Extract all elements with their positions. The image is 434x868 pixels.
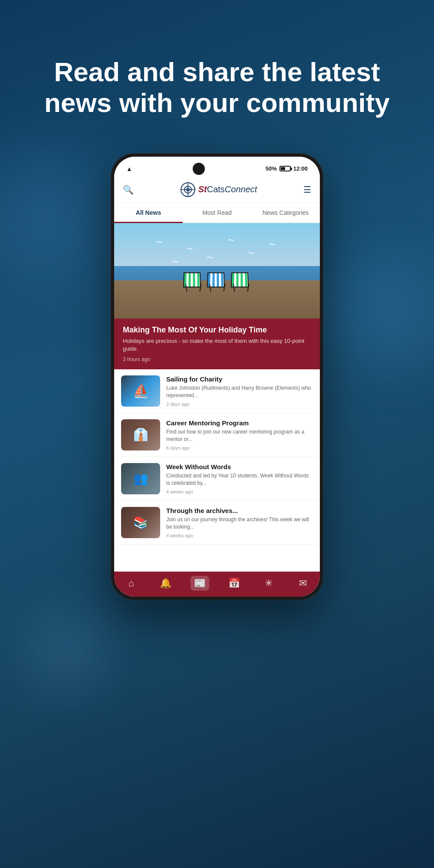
featured-title: Making The Most Of Your Holiday Time: [123, 326, 311, 335]
tab-bar: All News Most Read News Categories: [114, 203, 320, 223]
news-title-mentor: Career Mentoring Program: [166, 419, 313, 427]
logo: StCatsConnect: [180, 182, 257, 197]
phone-mockup: ▲ 50% 12:00 🔍: [111, 153, 323, 600]
tab-news-categories[interactable]: News Categories: [251, 203, 320, 222]
news-title-sailing: Sailing for Charity: [166, 375, 313, 383]
tab-all-news[interactable]: All News: [114, 203, 183, 222]
logo-icon: [180, 182, 196, 197]
wifi-icon: ▲: [126, 165, 132, 172]
tab-most-read[interactable]: Most Read: [183, 203, 251, 222]
hero-headline: Read and share the latest news with your…: [0, 56, 434, 118]
news-icon: 📰: [191, 576, 209, 591]
news-content-sailing: Sailing for Charity Luke Johnston (Rudim…: [166, 375, 313, 407]
news-time-words: 4 weeks ago: [166, 489, 313, 494]
home-icon: ⌂: [128, 578, 134, 589]
news-content: 〜 〜 〜 〜 〜 〜 〜: [114, 223, 320, 572]
nav-mail[interactable]: ✉: [286, 576, 320, 591]
featured-excerpt: Holidays are precious - so make the most…: [123, 337, 311, 353]
featured-time: 3 hours ago: [123, 356, 311, 362]
news-item-archives[interactable]: Through the archives... Join us on our j…: [114, 501, 320, 545]
share-icon: ✳: [265, 578, 273, 589]
news-title-archives: Through the archives...: [166, 507, 313, 514]
news-excerpt-sailing: Luke Johnston (Rudiments) and Harry Brow…: [166, 385, 313, 399]
logo-text: StCatsConnect: [198, 184, 257, 194]
news-item-mentor[interactable]: Career Mentoring Program Find out how to…: [114, 413, 320, 457]
news-excerpt-mentor: Find out how to join our new career ment…: [166, 428, 313, 443]
camera-notch: [193, 163, 205, 175]
app-header: 🔍 StCatsConnect ☰: [114, 178, 320, 203]
news-content-words: Week Without Words Conducted and led by …: [166, 463, 313, 494]
search-icon[interactable]: 🔍: [123, 184, 134, 195]
nav-news[interactable]: 📰: [183, 576, 217, 591]
news-thumb-mentor: [121, 419, 160, 450]
news-content-mentor: Career Mentoring Program Find out how to…: [166, 419, 313, 450]
news-time-mentor: 6 days ago: [166, 445, 313, 450]
featured-caption: Making The Most Of Your Holiday Time Hol…: [114, 319, 320, 369]
news-item-sailing[interactable]: Sailing for Charity Luke Johnston (Rudim…: [114, 369, 320, 413]
news-time-sailing: 2 days ago: [166, 401, 313, 407]
featured-image: 〜 〜 〜 〜 〜 〜 〜: [114, 223, 320, 319]
bottom-navigation: ⌂ 🔔 📰 📅 ✳ ✉: [114, 572, 320, 597]
news-excerpt-words: Conducted and led by Year 10 students, W…: [166, 472, 313, 487]
deck-chairs-decoration: [184, 268, 251, 292]
clock: 12:00: [293, 165, 308, 172]
news-content-archives: Through the archives... Join us on our j…: [166, 507, 313, 538]
calendar-icon: 📅: [228, 578, 240, 589]
mail-icon: ✉: [299, 578, 307, 589]
news-excerpt-archives: Join us on our journey through the archi…: [166, 516, 313, 531]
nav-notifications[interactable]: 🔔: [148, 576, 183, 591]
news-thumb-sailing: [121, 375, 160, 407]
battery-icon: [279, 166, 291, 171]
news-item-words[interactable]: Week Without Words Conducted and led by …: [114, 457, 320, 501]
nav-home[interactable]: ⌂: [114, 576, 148, 591]
news-title-words: Week Without Words: [166, 463, 313, 470]
nav-calendar[interactable]: 📅: [217, 576, 251, 591]
news-time-archives: 4 weeks ago: [166, 533, 313, 538]
battery-percent: 50%: [266, 165, 277, 172]
bell-icon: 🔔: [160, 578, 171, 589]
news-thumb-archives: [121, 507, 160, 538]
status-bar: ▲ 50% 12:00: [114, 157, 320, 178]
featured-article[interactable]: 〜 〜 〜 〜 〜 〜 〜: [114, 223, 320, 369]
nav-share[interactable]: ✳: [251, 576, 286, 591]
menu-icon[interactable]: ☰: [303, 184, 311, 195]
news-thumb-words: [121, 463, 160, 494]
